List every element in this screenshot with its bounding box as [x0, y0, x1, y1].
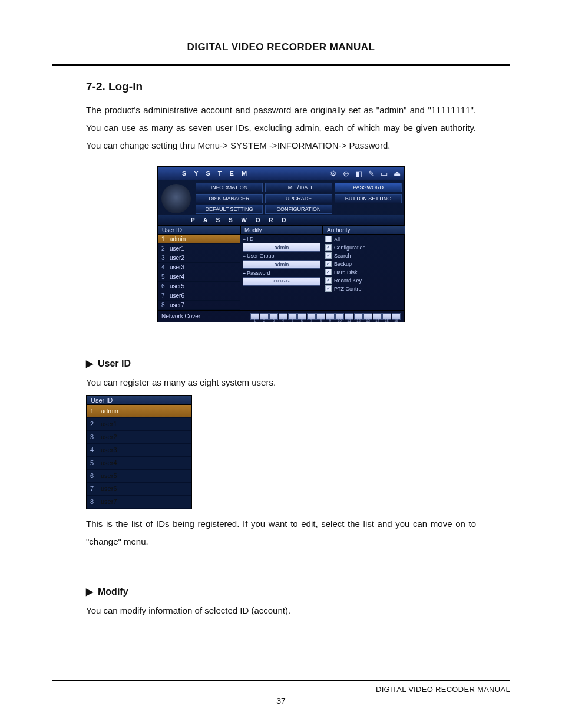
triangle-icon: ▶ — [86, 358, 93, 369]
authority-checkbox[interactable]: ✓Backup — [325, 261, 403, 267]
channel-checkbox[interactable]: 7 — [307, 313, 316, 320]
system-password-screenshot: S Y S T E M ⚙ ⊕ ◧ ✎ ▭ ⏏ INFORMATION TIME… — [157, 166, 405, 322]
authority-checkbox[interactable]: ✓Configuration — [325, 244, 403, 251]
channel-checkbox[interactable]: 10 — [335, 313, 344, 320]
tab-information[interactable]: INFORMATION — [196, 183, 263, 192]
footer-text: DIGITAL VIDEO RECODER MANUAL — [52, 685, 510, 694]
channel-checkbox[interactable]: 11 — [345, 313, 353, 320]
modify-group-field[interactable]: admin — [243, 260, 320, 269]
doc-title: DIGITAL VIDEO RECORDER MANUAL — [52, 41, 510, 53]
tab-default-setting[interactable]: DEFAULT SETTING — [196, 205, 263, 214]
page-number: 37 — [0, 696, 562, 706]
modify-password-field[interactable]: ******** — [243, 277, 320, 286]
user-row[interactable]: 1admin — [87, 405, 191, 418]
tab-disk-manager[interactable]: DISK MANAGER — [196, 194, 263, 203]
channel-checkbox[interactable]: 16 — [392, 313, 401, 320]
user-row[interactable]: 8user7 — [158, 301, 240, 310]
system-title: S Y S T E M — [161, 170, 330, 177]
user-row[interactable]: 8user7 — [87, 496, 191, 509]
jog-wheel-icon — [161, 184, 191, 213]
col-header-userid: User ID — [87, 396, 191, 405]
network-covert-row: Network Covert 12345678910111213141516 — [158, 310, 404, 322]
user-row[interactable]: 7user6 — [87, 483, 191, 496]
eject-icon[interactable]: ⏏ — [394, 169, 401, 178]
channel-checkbox[interactable]: 2 — [260, 313, 269, 320]
pencil-icon[interactable]: ✎ — [368, 169, 375, 178]
authority-checkbox[interactable]: All — [325, 236, 403, 242]
tab-button-setting[interactable]: BUTTON SETTING — [335, 194, 402, 203]
user-row[interactable]: 6user5 — [158, 282, 240, 291]
user-row[interactable]: 7user6 — [158, 291, 240, 301]
intro-paragraph: The product's administrative account and… — [86, 101, 476, 154]
tab-configuration[interactable]: CONFIGURATION — [265, 205, 332, 214]
channel-checkbox[interactable]: 6 — [297, 313, 306, 320]
col-header-userid: User ID — [158, 225, 240, 235]
footer-rule — [52, 680, 510, 681]
user-row[interactable]: 2user1 — [87, 418, 191, 431]
user-row[interactable]: 4user3 — [158, 263, 240, 272]
channel-checkbox[interactable]: 3 — [269, 313, 278, 320]
modify-id-label: I D — [243, 236, 320, 242]
titlebar-icons: ⚙ ⊕ ◧ ✎ ▭ ⏏ — [330, 169, 401, 178]
gear-icon[interactable]: ⚙ — [330, 169, 337, 178]
channel-checkbox[interactable]: 14 — [373, 313, 382, 320]
channel-checkbox[interactable]: 9 — [326, 313, 335, 320]
userid-list-screenshot: User ID 1admin 2user1 3user2 4user3 5use… — [86, 395, 192, 509]
userid-heading: ▶User ID — [86, 358, 476, 369]
channel-checkbox[interactable]: 13 — [363, 313, 372, 320]
channel-checkbox[interactable]: 4 — [279, 313, 287, 320]
modify-password-label: Password — [243, 270, 320, 276]
top-rule — [52, 64, 510, 66]
channel-checkbox[interactable]: 8 — [316, 313, 325, 320]
user-row[interactable]: 3user2 — [87, 431, 191, 444]
disc-icon[interactable]: ⊕ — [343, 169, 349, 178]
authority-checkbox[interactable]: ✓Hard Disk — [325, 269, 403, 275]
modify-heading: ▶Modify — [86, 586, 476, 597]
panel-title: P A S S W O R D — [158, 215, 404, 225]
authority-checkbox[interactable]: ✓Record Key — [325, 277, 403, 284]
user-row[interactable]: 3user2 — [158, 253, 240, 263]
authority-checkbox[interactable]: ✓PTZ Control — [325, 285, 403, 292]
userid-text: You can register as many as eight system… — [86, 374, 476, 391]
channel-checkbox[interactable]: 1 — [250, 313, 259, 320]
system-titlebar: S Y S T E M ⚙ ⊕ ◧ ✎ ▭ ⏏ — [158, 167, 404, 180]
user-row[interactable]: 1admin — [158, 235, 240, 244]
authority-checkbox[interactable]: ✓Search — [325, 252, 403, 259]
channel-checkbox[interactable]: 5 — [288, 313, 297, 320]
modify-id-field[interactable]: admin — [243, 243, 320, 252]
user-row[interactable]: 4user3 — [87, 444, 191, 457]
col-header-authority: Authority — [323, 225, 405, 235]
user-row[interactable]: 5user4 — [87, 457, 191, 470]
modify-text: You can modify information of selected I… — [86, 602, 476, 620]
tab-time-date[interactable]: TIME / DATE — [265, 183, 332, 192]
screen-icon[interactable]: ▭ — [381, 169, 388, 178]
userid-after-text: This is the list of IDs being registered… — [86, 515, 476, 551]
modify-group-label: User Group — [243, 253, 320, 259]
channel-checkbox[interactable]: 12 — [354, 313, 363, 320]
col-header-modify: Modify — [240, 225, 323, 235]
network-covert-label: Network Covert — [161, 313, 202, 319]
panel-icon[interactable]: ◧ — [355, 169, 362, 178]
user-row[interactable]: 2user1 — [158, 244, 240, 253]
system-tabs: INFORMATION TIME / DATE PASSWORD DISK MA… — [196, 183, 402, 215]
user-row[interactable]: 6user5 — [87, 470, 191, 483]
section-heading: 7-2. Log-in — [86, 80, 476, 93]
tab-upgrade[interactable]: UPGRADE — [265, 194, 332, 203]
tab-password[interactable]: PASSWORD — [335, 183, 402, 192]
channel-checkbox[interactable]: 15 — [382, 313, 391, 320]
user-row[interactable]: 5user4 — [158, 272, 240, 282]
triangle-icon: ▶ — [86, 586, 93, 597]
